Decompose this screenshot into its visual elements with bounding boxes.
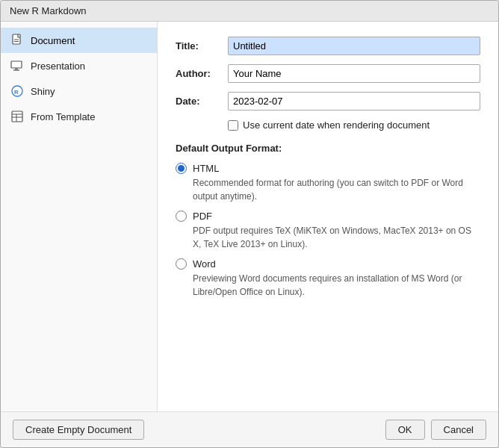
use-current-date-label[interactable]: Use current date when rendering document xyxy=(243,119,430,131)
new-rmarkdown-dialog: New R Markdown Document xyxy=(0,0,499,448)
checkbox-row: Use current date when rendering document xyxy=(228,119,480,131)
dialog-footer: Create Empty Document OK Cancel xyxy=(1,411,498,447)
word-option: Word Previewing Word documents requires … xyxy=(176,258,480,299)
word-radio-row: Word xyxy=(176,258,480,270)
sidebar-item-from-template[interactable]: From Template xyxy=(1,104,157,129)
template-icon xyxy=(10,109,25,124)
create-empty-button[interactable]: Create Empty Document xyxy=(13,420,144,440)
word-label[interactable]: Word xyxy=(193,258,216,270)
html-description: Recommended format for authoring (you ca… xyxy=(193,176,480,203)
date-label: Date: xyxy=(176,96,228,107)
dialog-title: New R Markdown xyxy=(10,5,87,16)
pdf-option: PDF PDF output requires TeX (MiKTeX on W… xyxy=(176,211,480,251)
author-label: Author: xyxy=(176,68,228,79)
pdf-label[interactable]: PDF xyxy=(193,211,212,222)
date-input[interactable] xyxy=(228,92,480,111)
footer-left: Create Empty Document xyxy=(13,420,144,440)
html-radio[interactable] xyxy=(176,163,187,174)
document-icon xyxy=(10,33,25,48)
pdf-radio-row: PDF xyxy=(176,211,480,222)
sidebar-item-presentation-label: Presentation xyxy=(31,60,85,72)
pdf-description: PDF output requires TeX (MiKTeX on Windo… xyxy=(193,224,480,251)
ok-button[interactable]: OK xyxy=(385,420,425,440)
sidebar-item-document[interactable]: Document xyxy=(1,28,157,53)
pdf-radio[interactable] xyxy=(176,211,187,222)
html-option: HTML Recommended format for authoring (y… xyxy=(176,163,480,203)
main-content: Title: Author: Date: Use current date wh… xyxy=(158,22,498,411)
author-input[interactable] xyxy=(228,64,480,83)
svg-rect-9 xyxy=(12,111,22,122)
sidebar-item-document-label: Document xyxy=(31,35,75,46)
date-row: Date: xyxy=(176,92,480,111)
svg-text:R: R xyxy=(14,89,19,96)
dialog-body: Document Presentation R xyxy=(1,22,498,411)
shiny-icon: R xyxy=(10,84,25,99)
word-description: Previewing Word documents requires an in… xyxy=(193,272,480,299)
output-format-title: Default Output Format: xyxy=(176,143,480,154)
title-row: Title: xyxy=(176,37,480,55)
sidebar: Document Presentation R xyxy=(1,22,158,411)
use-current-date-checkbox[interactable] xyxy=(228,120,238,131)
sidebar-item-shiny[interactable]: R Shiny xyxy=(1,78,157,104)
sidebar-item-presentation[interactable]: Presentation xyxy=(1,53,157,78)
cancel-button[interactable]: Cancel xyxy=(431,420,486,440)
dialog-titlebar: New R Markdown xyxy=(1,1,498,22)
author-row: Author: xyxy=(176,64,480,83)
html-label[interactable]: HTML xyxy=(193,163,219,174)
svg-rect-3 xyxy=(11,61,22,68)
word-radio[interactable] xyxy=(176,258,187,270)
title-input[interactable] xyxy=(228,37,480,55)
sidebar-item-from-template-label: From Template xyxy=(31,111,95,122)
footer-right: OK Cancel xyxy=(385,420,486,440)
title-label: Title: xyxy=(176,40,228,52)
presentation-icon xyxy=(10,58,25,73)
html-radio-row: HTML xyxy=(176,163,480,174)
sidebar-item-shiny-label: Shiny xyxy=(31,86,55,97)
